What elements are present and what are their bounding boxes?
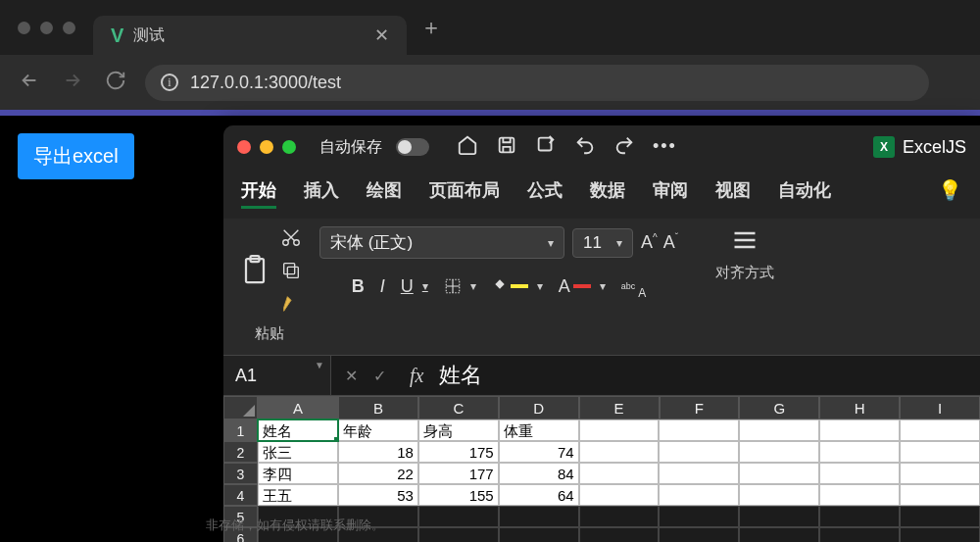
column-header[interactable]: D [499,396,579,419]
row-header[interactable]: 2 [223,441,258,463]
column-header[interactable]: A [258,396,338,419]
ribbon-tab-4[interactable]: 公式 [527,178,563,209]
column-header[interactable]: F [660,396,740,419]
italic-button[interactable]: I [380,276,385,297]
cell[interactable] [819,419,900,441]
accept-formula-icon[interactable]: ✓ [373,367,386,385]
cell[interactable] [819,527,900,542]
cell[interactable]: 18 [338,441,418,463]
cell[interactable] [659,463,739,484]
column-header[interactable]: H [819,396,900,419]
cell[interactable] [900,506,980,527]
cell[interactable] [819,484,900,506]
ribbon-tab-0[interactable]: 开始 [241,178,276,209]
cell[interactable]: 74 [499,441,579,463]
cell[interactable] [659,441,739,463]
name-box[interactable]: A1 ▼ [223,356,331,395]
reload-button[interactable] [102,70,129,95]
cancel-formula-icon[interactable]: ✕ [345,367,358,385]
column-header[interactable]: B [338,396,418,419]
column-header[interactable]: E [579,396,660,419]
cell[interactable] [659,506,739,527]
column-header[interactable]: C [418,396,499,419]
cell[interactable]: 175 [418,441,499,463]
font-color-button[interactable]: A▾ [559,276,606,297]
cell[interactable] [739,484,819,506]
align-icon[interactable] [726,226,763,258]
close-tab-icon[interactable]: ✕ [374,25,389,46]
fill-color-button[interactable]: ▾ [492,278,543,294]
ribbon-tab-2[interactable]: 绘图 [367,178,402,209]
bold-button[interactable]: B [352,276,365,297]
save-icon[interactable] [496,134,517,160]
cell[interactable]: 年龄 [338,419,418,441]
cell[interactable] [499,527,579,542]
cell[interactable]: 64 [499,484,579,506]
cell[interactable]: 王五 [258,484,338,506]
redo-icon[interactable] [613,134,635,160]
cell[interactable] [900,527,980,542]
cell[interactable]: 体重 [499,419,579,441]
cell[interactable] [739,527,819,542]
cell[interactable] [579,506,660,527]
home-icon[interactable] [457,134,478,160]
format-painter-icon[interactable] [280,293,302,319]
cell[interactable] [739,506,819,527]
browser-tab[interactable]: V 测试 ✕ [93,16,407,55]
cell[interactable] [739,419,819,441]
cut-icon[interactable] [280,226,302,252]
column-header[interactable]: G [739,396,819,419]
autosave-toggle[interactable] [396,138,429,156]
cell[interactable] [418,527,499,542]
cell[interactable] [819,463,900,484]
ribbon-tab-3[interactable]: 页面布局 [429,178,500,209]
cell[interactable]: 53 [338,484,418,506]
cell[interactable] [659,527,739,542]
phonetic-button[interactable]: abcA [621,272,647,300]
cell[interactable]: 22 [338,463,418,484]
cell[interactable] [739,441,819,463]
border-button[interactable]: ▾ [444,277,476,295]
cell[interactable] [659,484,739,506]
cell[interactable]: 身高 [418,419,499,441]
site-info-icon[interactable]: i [161,74,178,91]
font-name-select[interactable]: 宋体 (正文) ▾ [319,226,564,259]
cell[interactable] [900,419,980,441]
ribbon-tab-7[interactable]: 视图 [715,178,751,209]
window-traffic-lights[interactable] [0,22,93,34]
cell[interactable] [499,506,579,527]
formula-bar[interactable]: 姓名 [433,361,488,390]
select-all-corner[interactable] [223,396,258,419]
increase-font-icon[interactable]: A^ [641,232,658,253]
clipboard-icon[interactable] [237,251,272,294]
cell[interactable]: 84 [499,463,579,484]
cell[interactable] [659,419,739,441]
tell-me-icon[interactable]: 💡 [938,178,962,209]
ribbon-tab-5[interactable]: 数据 [590,178,625,209]
undo-icon[interactable] [574,134,596,160]
copy-icon[interactable] [280,260,302,285]
cell[interactable] [579,527,660,542]
forward-button[interactable] [59,70,86,95]
row-header[interactable]: 4 [223,484,258,506]
ribbon-tab-8[interactable]: 自动化 [778,178,831,209]
cell[interactable]: 155 [418,484,499,506]
column-header[interactable]: I [900,396,980,419]
cell[interactable]: 姓名 [258,419,338,441]
cell[interactable] [900,441,980,463]
ribbon-tab-6[interactable]: 审阅 [653,178,688,209]
back-button[interactable] [16,70,43,95]
cell[interactable] [579,441,660,463]
cell[interactable] [900,463,980,484]
underline-button[interactable]: U ▾ [401,276,428,297]
export-excel-button[interactable]: 导出excel [18,133,134,179]
save-as-icon[interactable] [535,134,557,160]
decrease-font-icon[interactable]: Aˇ [663,232,678,253]
cell[interactable]: 李四 [258,463,338,484]
address-bar[interactable]: i 127.0.0.1:3000/test [145,65,929,101]
row-header[interactable]: 1 [223,419,258,441]
cell[interactable] [579,463,660,484]
more-icon[interactable]: ••• [653,136,674,158]
cell[interactable] [418,506,499,527]
font-size-select[interactable]: 11 ▾ [572,228,633,258]
